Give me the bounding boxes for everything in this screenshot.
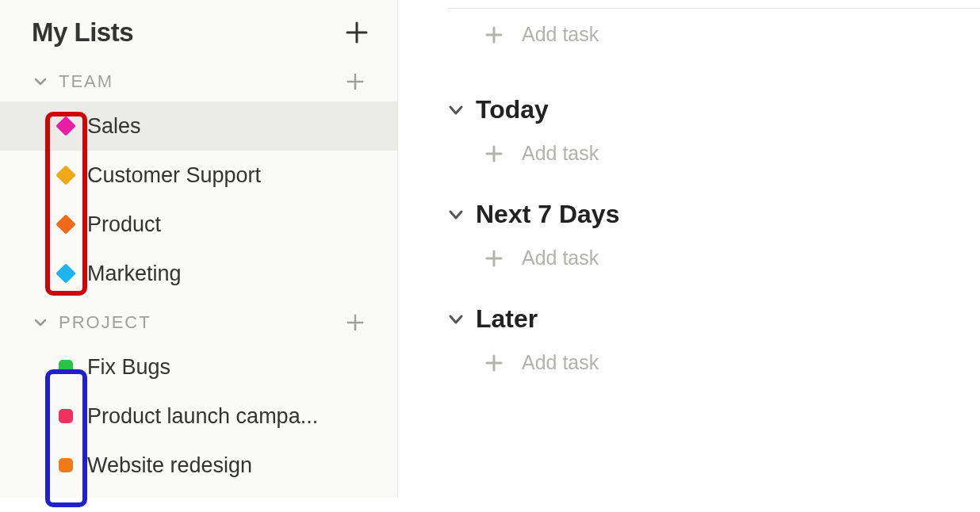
plus-icon (345, 312, 366, 333)
add-task-label: Add task (522, 142, 599, 165)
plus-icon (484, 143, 504, 164)
main-content: Add task Today Add task Next 7 Days (398, 0, 980, 512)
section-today: Today Add task (398, 60, 980, 165)
plus-icon (484, 353, 504, 373)
section-title: Today (476, 95, 549, 124)
plus-icon (345, 71, 366, 92)
list-item-label: Marketing (87, 262, 182, 286)
chevron-down-icon (33, 315, 48, 330)
list-item-label: Sales (87, 114, 141, 139)
add-task-label: Add task (522, 351, 599, 374)
diamond-icon (56, 116, 75, 136)
add-task-label: Add task (522, 23, 599, 46)
sidebar-title: My Lists (32, 17, 133, 48)
plus-icon (484, 25, 504, 45)
plus-icon (345, 21, 369, 44)
diamond-icon (56, 263, 75, 283)
square-icon (59, 360, 73, 374)
sidebar-item-website-redesign[interactable]: Website redesign (0, 441, 397, 490)
sidebar-item-customer-support[interactable]: Customer Support (0, 151, 397, 200)
square-icon (59, 458, 73, 472)
list-item-label: Customer Support (87, 163, 261, 188)
add-list-button[interactable] (345, 21, 369, 44)
project-list: Fix Bugs Product launch campa... Website… (0, 339, 397, 498)
add-team-list-button[interactable] (345, 71, 366, 92)
section-header-team[interactable]: TEAM (0, 65, 397, 98)
section-title: Next 7 Days (476, 200, 619, 229)
chevron-down-icon (447, 101, 465, 119)
add-project-list-button[interactable] (345, 312, 366, 333)
list-item-label: Product launch campa... (87, 404, 318, 429)
section-header-project[interactable]: PROJECT (0, 306, 397, 339)
sidebar: My Lists TEAM Sales Cu (0, 0, 398, 498)
sidebar-item-sales[interactable]: Sales (0, 101, 397, 151)
square-icon (59, 409, 73, 423)
add-task-today[interactable]: Add task (447, 124, 980, 165)
plus-icon (484, 248, 504, 269)
diamond-icon (56, 214, 75, 234)
chevron-down-icon (447, 311, 465, 328)
section-toggle-next7days[interactable]: Next 7 Days (447, 200, 980, 229)
section-later: Later Add task (398, 269, 980, 374)
list-item-label: Product (87, 212, 161, 237)
sidebar-header: My Lists (0, 6, 397, 65)
chevron-down-icon (447, 206, 465, 224)
section-toggle-later[interactable]: Later (447, 304, 980, 334)
sidebar-item-fix-bugs[interactable]: Fix Bugs (0, 342, 397, 392)
section-label-project: PROJECT (59, 312, 151, 333)
list-item-label: Fix Bugs (87, 355, 170, 380)
add-task-button[interactable]: Add task (398, 9, 980, 60)
chevron-down-icon (33, 75, 48, 89)
sidebar-item-product[interactable]: Product (0, 200, 397, 249)
section-label-team: TEAM (59, 71, 113, 92)
section-title: Later (476, 304, 538, 334)
add-task-label: Add task (522, 246, 599, 269)
add-task-later[interactable]: Add task (447, 334, 980, 374)
team-list: Sales Customer Support Product Marketing (0, 98, 397, 306)
section-next7days: Next 7 Days Add task (398, 165, 980, 269)
section-toggle-today[interactable]: Today (447, 95, 980, 124)
sidebar-item-marketing[interactable]: Marketing (0, 249, 397, 298)
add-task-next7days[interactable]: Add task (447, 229, 980, 269)
diamond-icon (56, 165, 75, 185)
sidebar-item-product-launch[interactable]: Product launch campa... (0, 392, 397, 441)
list-item-label: Website redesign (87, 453, 252, 478)
